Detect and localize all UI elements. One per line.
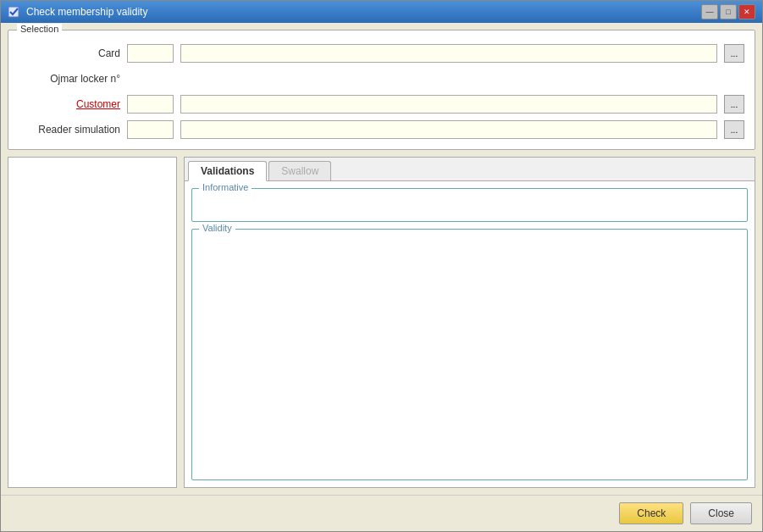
reader-browse-button[interactable]: ... bbox=[724, 120, 744, 139]
tab-swallow: Swallow bbox=[268, 161, 331, 180]
window-title: Check membership validity bbox=[26, 6, 147, 18]
tabs-bar: Validations Swallow bbox=[185, 158, 755, 181]
right-panel: Validations Swallow Informative Validity bbox=[184, 157, 755, 488]
card-label: Card bbox=[19, 47, 120, 59]
check-button[interactable]: Check bbox=[619, 502, 683, 524]
footer: Check Close bbox=[1, 495, 762, 531]
tab-validations[interactable]: Validations bbox=[188, 161, 267, 181]
validations-content: Informative Validity bbox=[185, 181, 755, 487]
customer-row: Customer ... bbox=[19, 95, 744, 114]
validity-group: Validity bbox=[191, 229, 748, 480]
card-input-long[interactable] bbox=[180, 44, 717, 63]
selection-group: Selection Card ... Ojmar locker n° ... C… bbox=[8, 30, 755, 150]
minimize-button[interactable]: — bbox=[701, 4, 718, 19]
card-input-short[interactable] bbox=[127, 44, 174, 63]
card-row: Card ... bbox=[19, 44, 744, 63]
reader-row: Reader simulation ... bbox=[19, 120, 744, 139]
close-button[interactable]: Close bbox=[690, 502, 752, 524]
customer-input-long[interactable] bbox=[180, 95, 717, 114]
window-icon bbox=[8, 5, 21, 19]
ojmar-label: Ojmar locker n° bbox=[19, 73, 120, 85]
customer-input-short[interactable] bbox=[127, 95, 174, 114]
left-panel bbox=[8, 157, 177, 488]
title-controls: — □ ✕ bbox=[701, 4, 755, 19]
validity-legend: Validity bbox=[199, 223, 235, 233]
main-area: Validations Swallow Informative Validity bbox=[8, 157, 755, 488]
main-window: Check membership validity — □ ✕ Selectio… bbox=[0, 0, 763, 532]
customer-label[interactable]: Customer bbox=[19, 98, 120, 110]
title-bar: Check membership validity — □ ✕ bbox=[1, 1, 762, 23]
reader-label: Reader simulation bbox=[19, 124, 120, 136]
ojmar-row: Ojmar locker n° ... bbox=[19, 69, 744, 88]
card-browse-button[interactable]: ... bbox=[724, 44, 744, 63]
close-window-button[interactable]: ✕ bbox=[738, 4, 755, 19]
informative-legend: Informative bbox=[199, 182, 252, 192]
selection-legend: Selection bbox=[17, 24, 62, 34]
customer-browse-button[interactable]: ... bbox=[724, 95, 744, 114]
informative-group: Informative bbox=[191, 188, 748, 222]
reader-input-long[interactable] bbox=[180, 120, 717, 139]
maximize-button[interactable]: □ bbox=[720, 4, 737, 19]
title-bar-left: Check membership validity bbox=[8, 5, 147, 19]
reader-input-short[interactable] bbox=[127, 120, 174, 139]
window-content: Selection Card ... Ojmar locker n° ... C… bbox=[1, 23, 762, 495]
